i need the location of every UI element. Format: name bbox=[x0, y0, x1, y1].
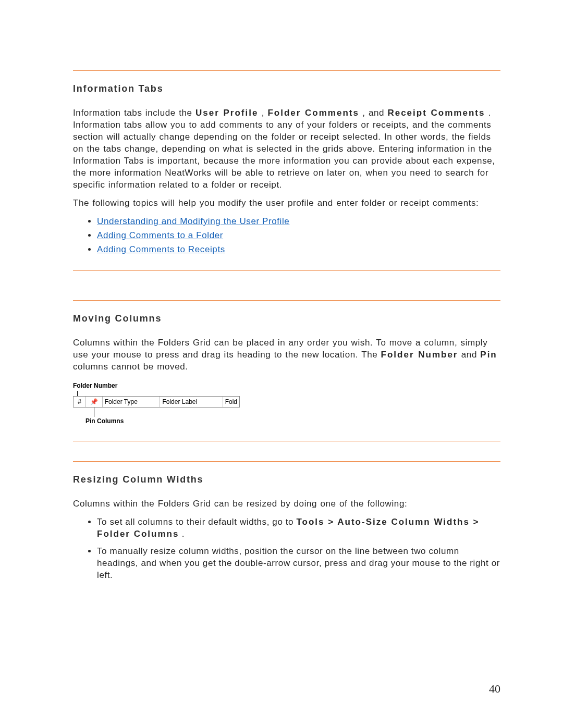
figure-label-pin-columns: Pin Columns bbox=[85, 417, 240, 425]
text: . bbox=[182, 529, 185, 539]
list-item: Adding Comments to Receipts bbox=[97, 244, 500, 256]
section-gap bbox=[73, 441, 500, 461]
term-receipt-comments: Receipt Comments bbox=[387, 108, 485, 118]
figure-col-fold: Fold bbox=[223, 397, 239, 407]
figure-col-pin: 📌 bbox=[86, 397, 103, 407]
figure-connector-top bbox=[77, 391, 78, 396]
link-adding-comments-folder[interactable]: Adding Comments to a Folder bbox=[97, 230, 223, 240]
term-folder-number: Folder Number bbox=[381, 350, 458, 360]
figure-connector-bottom bbox=[94, 408, 94, 417]
heading-resizing-column-widths: Resizing Column Widths bbox=[73, 473, 500, 486]
link-adding-comments-receipts[interactable]: Adding Comments to Receipts bbox=[97, 244, 225, 254]
list-item: Adding Comments to a Folder bbox=[97, 230, 500, 242]
figure-label-folder-number: Folder Number bbox=[73, 381, 240, 390]
rule-top-2 bbox=[73, 300, 500, 301]
pin-icon: 📌 bbox=[90, 399, 98, 405]
rule-top-3 bbox=[73, 461, 500, 462]
text: columns cannot be moved. bbox=[73, 362, 188, 372]
rule-top-1 bbox=[73, 70, 500, 71]
list-item: To set all columns to their default widt… bbox=[97, 516, 500, 540]
list-item: To manually resize column widths, positi… bbox=[97, 546, 500, 582]
resizing-bullet-list: To set all columns to their default widt… bbox=[73, 516, 500, 582]
text: , and bbox=[362, 108, 387, 118]
figure-col-number: # bbox=[74, 397, 86, 407]
text: , bbox=[262, 108, 268, 118]
term-user-profile: User Profile bbox=[195, 108, 258, 118]
term-pin: Pin bbox=[480, 350, 497, 360]
heading-moving-columns: Moving Columns bbox=[73, 312, 500, 325]
link-understanding-user-profile[interactable]: Understanding and Modifying the User Pro… bbox=[97, 216, 289, 226]
text: To set all columns to their default widt… bbox=[97, 517, 296, 527]
moving-columns-paragraph: Columns within the Folders Grid can be p… bbox=[73, 337, 500, 373]
term-folder-comments: Folder Comments bbox=[267, 108, 359, 118]
list-item: Understanding and Modifying the User Pro… bbox=[97, 216, 500, 228]
resizing-paragraph: Columns within the Folders Grid can be r… bbox=[73, 498, 500, 510]
section-gap bbox=[73, 271, 500, 300]
page: Information Tabs Information tabs includ… bbox=[0, 0, 563, 728]
page-number: 40 bbox=[489, 681, 500, 697]
heading-information-tabs: Information Tabs bbox=[73, 82, 500, 95]
figure-col-folder-label: Folder Label bbox=[160, 397, 223, 407]
info-tabs-paragraph-1: Information tabs include the User Profil… bbox=[73, 107, 500, 191]
info-tabs-paragraph-2: The following topics will help you modif… bbox=[73, 198, 500, 209]
text: . Information tabs allow you to add comm… bbox=[73, 108, 495, 190]
text: and bbox=[461, 350, 481, 360]
figure-col-folder-type: Folder Type bbox=[103, 397, 161, 407]
info-tabs-link-list: Understanding and Modifying the User Pro… bbox=[73, 216, 500, 256]
grid-header-figure: Folder Number # 📌 Folder Type Folder Lab… bbox=[73, 381, 240, 425]
text: Information tabs include the bbox=[73, 108, 195, 118]
figure-header-row: # 📌 Folder Type Folder Label Fold bbox=[73, 396, 240, 408]
